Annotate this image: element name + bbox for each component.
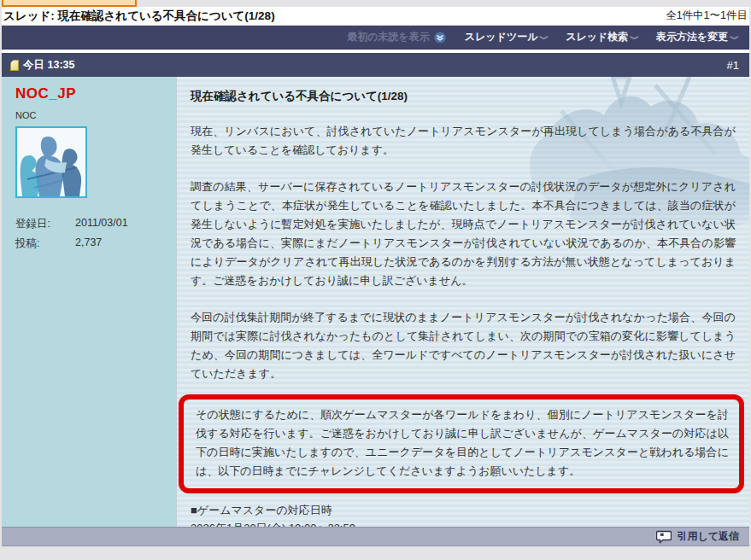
chevron-down-icon: ❯: [631, 34, 639, 40]
post-paper-icon: [10, 60, 19, 71]
quote-bubble-icon: ❝: [656, 530, 672, 544]
post-row: NOC_JP NOC 登録日: 2011/03/01: [2, 77, 749, 527]
thread-title: スレッド: 現在確認されている不具合について(1/28): [2, 9, 275, 24]
thread-toolbar: 最初の未読を表示 スレッドツール ❯ スレッド検索 ❯ 表示方法を変更 ❯: [2, 26, 749, 50]
first-unread-label: 最初の未読を表示: [347, 30, 430, 44]
gm-schedule-datetime: 2026年1月30日(金) 10:00〜23:59: [191, 519, 736, 527]
post-paragraph: 現在、リンバスにおいて、討伐されていたノートリアスモンスターが再出現してしまう場…: [191, 122, 736, 160]
author-name-link[interactable]: NOC_JP: [15, 85, 162, 102]
gm-schedule: ■ゲームマスターの対応日時 2026年1月30日(金) 10:00〜23:59: [191, 501, 736, 527]
reply-with-quote-label: 引用して返信: [677, 529, 739, 544]
menu-thread-search-label: スレッド検索: [566, 30, 628, 44]
first-unread-icon: [434, 32, 446, 44]
avatar-art: [17, 128, 85, 196]
red-annotation-box: その状態にするために、順次ゲームマスターが各ワールドをまわり、個別にノートリアス…: [179, 394, 744, 493]
menu-thread-tools[interactable]: スレッドツール ❯: [465, 30, 547, 44]
menu-display-mode[interactable]: 表示方法を変更 ❯: [656, 30, 737, 44]
register-date-label: 登録日:: [15, 217, 75, 231]
gm-schedule-heading: ■ゲームマスターの対応日時: [191, 501, 736, 519]
result-count: 全1件中1〜1件目: [666, 9, 749, 23]
avatar[interactable]: [15, 126, 87, 198]
post-footer-bar: ❝ 引用して返信: [2, 527, 749, 546]
reply-with-quote-button[interactable]: ❝ 引用して返信: [656, 529, 739, 544]
highlighted-paragraph: その状態にするために、順次ゲームマスターが各ワールドをまわり、個別にノートリアス…: [196, 405, 729, 481]
post-title: 現在確認されている不具合について(1/28): [191, 89, 736, 104]
author-sidebar: NOC_JP NOC 登録日: 2011/03/01: [2, 77, 176, 527]
post-date: 今日 13:35: [23, 58, 74, 73]
menu-display-mode-label: 表示方法を変更: [656, 30, 728, 44]
first-unread-link[interactable]: 最初の未読を表示: [347, 30, 446, 44]
post-body: 現在確認されている不具合について(1/28) 現在、リンバスにおいて、討伐されて…: [176, 77, 749, 527]
browser-tab-stub[interactable]: [2, 0, 137, 7]
register-date-value: 2011/03/01: [75, 217, 128, 231]
post-count-value: 2,737: [75, 236, 102, 251]
post-number-link[interactable]: #1: [727, 59, 739, 72]
register-date-row: 登録日: 2011/03/01: [15, 217, 162, 231]
author-info: 登録日: 2011/03/01 投稿: 2,737: [15, 217, 162, 251]
chevron-down-icon: ❯: [730, 34, 739, 40]
post-count-row: 投稿: 2,737: [15, 236, 162, 251]
chevron-down-icon: ❯: [540, 34, 549, 40]
thread-title-row: スレッド: 現在確認されている不具合について(1/28) 全1件中1〜1件目: [2, 7, 749, 25]
post-paragraph: 調査の結果、サーバーに保存されているノートリアスモンスターの討伐状況のデータが想…: [191, 178, 736, 290]
menu-thread-search[interactable]: スレッド検索 ❯: [566, 30, 637, 44]
menu-thread-tools-label: スレッドツール: [465, 30, 538, 44]
svg-text:❝: ❝: [660, 532, 664, 540]
forum-thread-page: スレッド: 現在確認されている不具合について(1/28) 全1件中1〜1件目 最…: [0, 0, 751, 560]
post-header-bar: 今日 13:35 #1: [2, 53, 749, 77]
post-paragraph: 今回の討伐集計期間が終了するまでに現状のままノートリアスモンスターが討伐されなか…: [191, 308, 736, 383]
author-role: NOC: [15, 110, 162, 120]
post-count-label: 投稿:: [15, 236, 75, 251]
